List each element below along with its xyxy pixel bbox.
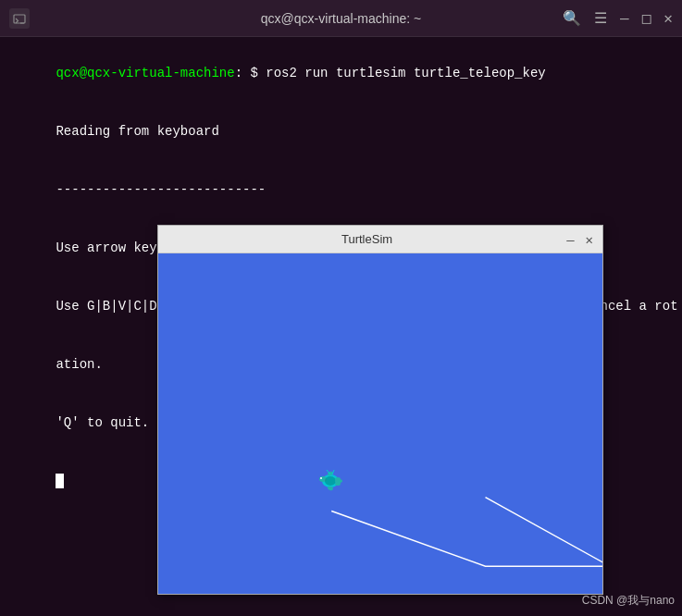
terminal-line-2: Reading from keyboard [9,103,673,161]
output-text: Reading from keyboard [56,124,218,139]
output-separator: --------------------------- [56,182,266,197]
terminal-titlebar-controls: 🔍 ☰ — □ ✕ [563,11,673,26]
output-ation: ation. [56,357,102,372]
search-icon[interactable]: 🔍 [563,11,581,26]
maximize-icon[interactable]: □ [642,11,651,26]
terminal-titlebar-left [9,8,30,29]
prompt-dollar: $ [242,66,258,80]
turtle-sprite [314,464,347,498]
turtlesim-canvas [158,253,602,594]
command-text: ros2 run turtlesim turtle_teleop_key [258,66,546,80]
terminal-app-icon [9,8,30,29]
turtlesim-minimize-btn[interactable]: — [566,232,574,247]
close-icon[interactable]: ✕ [663,11,673,26]
turtlesim-close-btn[interactable]: ✕ [586,232,593,247]
terminal-line-1: qcx@qcx-virtual-machine: $ ros2 run turt… [9,44,673,103]
turtle-path-svg [158,253,602,594]
terminal-line-3: --------------------------- [9,161,673,219]
terminal-titlebar: qcx@qcx-virtual-machine: ~ 🔍 ☰ — □ ✕ [0,0,682,37]
svg-point-10 [320,477,322,479]
turtlesim-titlebar: TurtleSim — ✕ [158,226,602,253]
watermark-text: CSDN @我与nano [582,594,675,607]
output-quit: 'Q' to quit. [56,415,149,430]
svg-point-9 [335,479,342,483]
turtle-path [331,498,602,567]
watermark: CSDN @我与nano [582,593,675,609]
terminal-window: qcx@qcx-virtual-machine: ~ 🔍 ☰ — □ ✕ qcx… [0,0,682,616]
cursor [56,474,64,488]
terminal-title: qcx@qcx-virtual-machine: ~ [261,11,421,26]
turtlesim-window: TurtleSim — ✕ [157,225,603,595]
turtlesim-title: TurtleSim [167,232,566,246]
minimize-icon[interactable]: — [620,11,629,26]
prompt-user: qcx@qcx-virtual-machine [56,66,234,80]
svg-point-4 [325,476,336,486]
menu-icon[interactable]: ☰ [594,11,607,26]
prompt-colon: : [235,66,242,80]
turtlesim-controls: — ✕ [566,232,593,247]
